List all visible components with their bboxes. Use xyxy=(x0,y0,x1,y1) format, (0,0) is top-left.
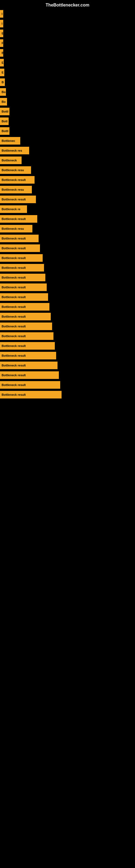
result-bar-11: Bott xyxy=(0,118,9,125)
bar-row: Bottleneck result xyxy=(0,390,135,400)
result-bar-18: Bottleneck resu xyxy=(0,186,32,193)
bar-row: Bottleneck result xyxy=(0,282,135,292)
bar-row: Bottleneck result xyxy=(0,361,135,370)
result-bar-3: F xyxy=(0,39,3,47)
bar-row: Bottleneck result xyxy=(0,341,135,351)
result-bar-23: Bottleneck result xyxy=(0,235,39,242)
result-bar-6: E xyxy=(0,69,4,76)
bar-row: Bottleneck result xyxy=(0,175,135,185)
bar-row: Bo xyxy=(0,97,135,106)
result-bar-39: Bottleneck result xyxy=(0,391,61,399)
bar-row: Bottleneck result xyxy=(0,234,135,243)
result-bar-37: Bottleneck result xyxy=(0,371,59,379)
result-bar-10: Bottl xyxy=(0,108,9,115)
result-bar-32: Bottleneck result xyxy=(0,322,52,330)
result-bar-38: Bottleneck result xyxy=(0,381,60,389)
result-bar-13: Bottlenec xyxy=(0,137,20,145)
bar-row: E xyxy=(0,67,135,77)
bar-row: Bottleneck re xyxy=(0,204,135,214)
bar-row: E xyxy=(0,29,135,38)
result-bar-36: Bottleneck result xyxy=(0,362,57,369)
site-title: TheBottlenecker.com xyxy=(0,0,135,9)
result-bar-9: Bo xyxy=(0,98,7,105)
bar-row: Bottleneck res xyxy=(0,146,135,155)
result-bar-20: Bottleneck re xyxy=(0,205,27,213)
bar-row: I xyxy=(0,9,135,19)
result-bar-17: Bottleneck result xyxy=(0,176,35,184)
bar-row: Bottleneck result xyxy=(0,214,135,224)
bar-row: Bottleneck result xyxy=(0,312,135,321)
result-bar-35: Bottleneck result xyxy=(0,352,56,360)
bar-row: Bottleneck resu xyxy=(0,185,135,194)
bar-row: Bottleneck resu xyxy=(0,165,135,175)
result-bar-27: Bottleneck result xyxy=(0,274,45,281)
bar-row: Bottleneck result xyxy=(0,243,135,253)
result-bar-28: Bottleneck result xyxy=(0,283,47,291)
bar-row: Bottleneck result xyxy=(0,331,135,341)
bar-row: Bottleneck result xyxy=(0,380,135,390)
bar-row: Bottleneck result xyxy=(0,273,135,282)
bar-row: Bottleneck result xyxy=(0,302,135,312)
result-bar-22: Bottleneck resu xyxy=(0,225,32,232)
bar-row: Bottl xyxy=(0,106,135,116)
result-bar-15: Bottleneck xyxy=(0,156,21,164)
bar-row: B xyxy=(0,77,135,87)
bar-row: Bott xyxy=(0,116,135,126)
result-bar-21: Bottleneck result xyxy=(0,215,37,223)
bar-row: Bottleneck result xyxy=(0,253,135,263)
bar-row: Bottleneck result xyxy=(0,292,135,302)
result-bar-25: Bottleneck result xyxy=(0,254,43,262)
result-bar-29: Bottleneck result xyxy=(0,293,48,301)
result-bar-16: Bottleneck resu xyxy=(0,166,31,174)
bar-row: Bottleneck result xyxy=(0,370,135,380)
result-bar-33: Bottleneck result xyxy=(0,332,53,340)
result-bar-2: E xyxy=(0,30,3,37)
result-bar-7: B xyxy=(0,79,5,86)
bar-row: Bo xyxy=(0,87,135,97)
bar-row: B xyxy=(0,48,135,58)
result-bar-1: I xyxy=(0,20,3,27)
result-bar-5: E xyxy=(0,59,4,66)
result-bar-31: Bottleneck result xyxy=(0,313,51,320)
bars-wrapper: IIEFBEEBBoBoBottlBottBottlBottlenecBottl… xyxy=(0,9,135,400)
bar-row: Bottleneck resu xyxy=(0,224,135,234)
bar-row: Bottleneck xyxy=(0,155,135,165)
result-bar-8: Bo xyxy=(0,88,6,96)
result-bar-34: Bottleneck result xyxy=(0,342,55,350)
result-bar-0: I xyxy=(0,10,3,18)
result-bar-4: B xyxy=(0,49,3,57)
result-bar-26: Bottleneck result xyxy=(0,264,44,272)
bar-row: F xyxy=(0,38,135,48)
bar-row: Bottleneck result xyxy=(0,263,135,273)
result-bar-30: Bottleneck result xyxy=(0,303,49,311)
bar-row: Bottl xyxy=(0,126,135,136)
bar-row: Bottleneck result xyxy=(0,194,135,204)
bar-row: Bottleneck result xyxy=(0,351,135,361)
bar-row: I xyxy=(0,19,135,29)
result-bar-12: Bottl xyxy=(0,127,9,135)
result-bar-19: Bottleneck result xyxy=(0,195,36,203)
bar-row: E xyxy=(0,58,135,67)
bar-row: Bottleneck result xyxy=(0,321,135,331)
result-bar-24: Bottleneck result xyxy=(0,244,40,252)
result-bar-14: Bottleneck res xyxy=(0,147,29,154)
bar-row: Bottlenec xyxy=(0,136,135,146)
